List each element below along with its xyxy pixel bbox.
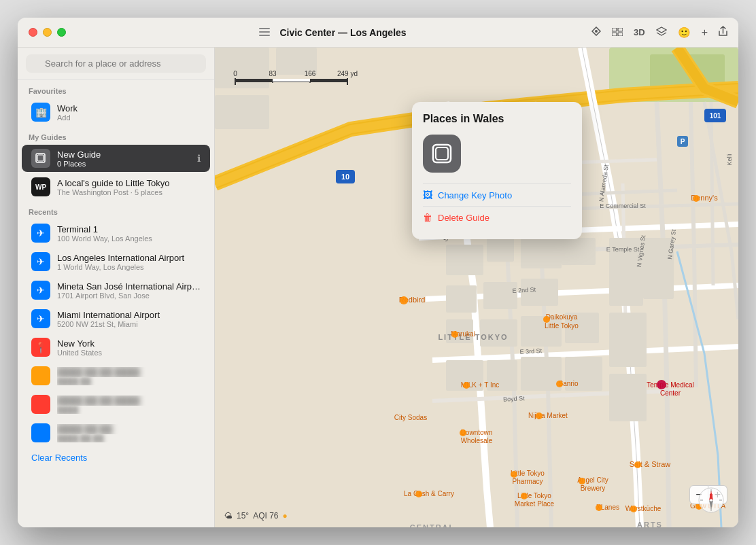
my-guides-label: My Guides <box>18 126 214 144</box>
sidebar-item-mia[interactable]: ✈ Miami International Airport 5200 NW 21… <box>22 305 210 332</box>
blurred3-title: ████ ██ ██ <box>57 424 201 434</box>
sidebar-item-sjc[interactable]: ✈ Mineta San José International Airp… 17… <box>22 277 210 304</box>
close-button[interactable] <box>29 28 37 37</box>
blurred1-title: ████ ██ ██ ████ <box>57 367 201 377</box>
blurred1-sub: ████ ██ <box>57 377 201 385</box>
lax-icon: ✈ <box>31 252 50 271</box>
photo-icon: 🖼 <box>423 190 432 200</box>
svg-point-71 <box>693 195 700 202</box>
map-area[interactable]: 10 101 P LITTLE TOKYO Redbird Marukai <box>215 48 738 527</box>
change-key-photo-label: Change Key Photo <box>438 190 512 200</box>
work-sub: Add <box>57 113 201 122</box>
aqi-label: AQI 76 <box>253 511 278 521</box>
toolbar-actions: 3D 🙂 + <box>591 26 727 39</box>
svg-point-50 <box>463 382 470 389</box>
svg-text:P: P <box>681 138 685 145</box>
3d-button[interactable]: 3D <box>634 27 645 37</box>
weather-icon: 🌤 <box>224 511 233 521</box>
svg-rect-34 <box>609 374 647 421</box>
recents-label: Recents <box>18 201 214 219</box>
sjc-title: Mineta San José International Airp… <box>57 281 201 292</box>
sidebar-item-lax[interactable]: ✈ Los Angeles International Airport 1 Wo… <box>22 248 210 275</box>
sidebar-item-newyork[interactable]: 📍 New York United States <box>22 334 210 361</box>
blurred3-text: ████ ██ ██ ████ ██ ██ <box>57 424 201 442</box>
blurred2-title: ████ ██ ██ ████ <box>57 395 201 406</box>
new-guide-info: ℹ <box>197 153 201 164</box>
places-popup: Places in Wales 🖼 Change Key Photo 🗑 <box>412 102 582 239</box>
svg-point-43 <box>400 296 408 304</box>
sidebar-item-little-tokyo[interactable]: WP A local's guide to Little Tokyo The W… <box>22 173 210 200</box>
sidebar-item-work[interactable]: 🏢 Work Add <box>22 99 210 126</box>
svg-point-75 <box>596 504 602 511</box>
map-view-button[interactable] <box>612 27 623 39</box>
sidebar-item-blurred-3[interactable]: ████ ██ ██ ████ ██ ██ <box>22 419 210 446</box>
newyork-title: New York <box>57 338 201 349</box>
popup-icon-area <box>423 135 571 173</box>
share-button[interactable] <box>719 26 727 39</box>
svg-rect-5 <box>618 28 623 31</box>
svg-text:101: 101 <box>710 112 721 120</box>
newyork-sub: United States <box>57 349 201 357</box>
delete-guide-button[interactable]: 🗑 Delete Guide <box>423 206 571 228</box>
minimize-button[interactable] <box>43 28 52 37</box>
svg-rect-22 <box>562 238 596 265</box>
svg-text:0: 0 <box>233 70 237 77</box>
add-button[interactable]: + <box>702 27 708 39</box>
svg-rect-103 <box>273 79 310 82</box>
svg-point-73 <box>415 491 422 497</box>
svg-text:Center: Center <box>660 389 681 397</box>
svg-text:83: 83 <box>269 70 277 77</box>
sjc-icon: ✈ <box>31 281 50 300</box>
maximize-button[interactable] <box>57 28 66 37</box>
svg-point-45 <box>451 331 458 338</box>
svg-text:Wholesale: Wholesale <box>461 437 493 444</box>
sidebar-item-new-guide[interactable]: New Guide 0 Places ℹ <box>22 145 210 172</box>
svg-text:166: 166 <box>305 70 316 77</box>
sidebar-item-blurred-1[interactable]: ████ ██ ██ ████ ████ ██ <box>22 362 210 389</box>
lax-text: Los Angeles International Airport 1 Worl… <box>57 253 201 271</box>
layers-button[interactable] <box>656 27 667 39</box>
svg-text:249 yd: 249 yd <box>337 70 358 77</box>
work-icon: 🏢 <box>31 103 50 122</box>
svg-rect-4 <box>612 28 617 31</box>
svg-rect-19 <box>483 282 517 309</box>
new-guide-sub: 0 Places <box>57 160 190 168</box>
svg-rect-6 <box>612 33 617 36</box>
search-input[interactable] <box>26 54 206 73</box>
sidebar: 🔍 Favourites 🏢 Work Add My Guides <box>18 48 215 527</box>
svg-rect-1 <box>259 31 270 33</box>
svg-rect-33 <box>609 313 647 367</box>
little-tokyo-text: A local's guide to Little Tokyo The Wash… <box>57 178 201 196</box>
window-title: Civic Center — Los Angeles <box>279 27 406 38</box>
blurred2-text: ████ ██ ██ ████ ████ <box>57 395 201 414</box>
washington-post-icon: WP <box>31 177 50 196</box>
sjc-sub: 1701 Airport Blvd, San Jose <box>57 292 201 300</box>
svg-rect-17 <box>487 238 514 262</box>
app-window: Civic Center — Los Angeles 3D 🙂 + <box>18 18 738 527</box>
sjc-text: Mineta San José International Airp… 1701… <box>57 281 201 300</box>
svg-point-69 <box>657 380 666 389</box>
blurred1-icon <box>31 366 50 385</box>
svg-point-3 <box>595 30 598 33</box>
svg-point-66 <box>634 461 641 468</box>
svg-rect-9 <box>37 155 44 161</box>
sidebar-item-blurred-2[interactable]: ████ ██ ██ ████ ████ <box>22 391 210 418</box>
svg-text:Pharmacy: Pharmacy <box>512 478 543 485</box>
location-button[interactable] <box>591 27 601 39</box>
work-text: Work Add <box>57 103 201 122</box>
emoji-button[interactable]: 🙂 <box>678 27 691 39</box>
svg-rect-20 <box>521 238 562 268</box>
svg-point-48 <box>543 316 550 323</box>
sidebar-toggle-icon[interactable] <box>259 27 270 39</box>
titlebar: Civic Center — Los Angeles 3D 🙂 + <box>18 18 738 48</box>
svg-text:Boyd St: Boyd St <box>503 395 525 403</box>
mia-title: Miami International Airport <box>57 310 201 320</box>
work-title: Work <box>57 103 201 113</box>
svg-rect-7 <box>618 33 623 36</box>
mia-icon: ✈ <box>31 309 50 328</box>
compass: N <box>698 487 725 514</box>
clear-recents-button[interactable]: Clear Recents <box>18 447 214 468</box>
change-key-photo-button[interactable]: 🖼 Change Key Photo <box>423 183 571 206</box>
svg-rect-16 <box>446 245 483 275</box>
sidebar-item-terminal1[interactable]: ✈ Terminal 1 100 World Way, Los Angeles <box>22 219 210 247</box>
